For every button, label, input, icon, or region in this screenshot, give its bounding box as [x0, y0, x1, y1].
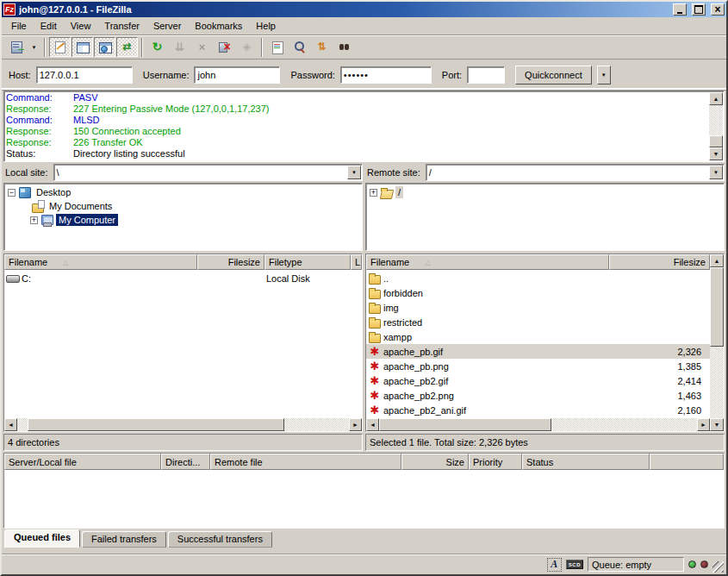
disconnect-button[interactable]: [214, 37, 235, 57]
file-row[interactable]: C: Local Disk: [4, 271, 362, 285]
menu-item[interactable]: File: [4, 18, 34, 34]
file-row[interactable]: ..: [366, 271, 710, 285]
scroll-thumb[interactable]: [28, 418, 284, 431]
tree-item-desktop[interactable]: Desktop: [4, 185, 362, 199]
column-filename[interactable]: Filename△: [4, 254, 197, 270]
file-row[interactable]: apache_pb2.gif 2,414: [366, 373, 710, 388]
scroll-track[interactable]: [17, 418, 349, 431]
resize-grip[interactable]: [712, 561, 724, 573]
remote-site-dropdown[interactable]: [709, 166, 723, 179]
quickconnect-dropdown-button[interactable]: [597, 66, 611, 85]
column-filesize[interactable]: Filesize: [197, 254, 264, 270]
local-hscrollbar[interactable]: ◄ ►: [4, 418, 362, 431]
log-scrollbar[interactable]: ▲ ▼: [709, 92, 723, 160]
scroll-up-icon[interactable]: ▲: [709, 92, 723, 105]
scroll-right-icon[interactable]: ►: [697, 418, 710, 431]
scroll-thumb[interactable]: [709, 135, 723, 147]
folder-icon: [368, 301, 382, 314]
find-icon: [338, 41, 352, 53]
expander-icon[interactable]: [8, 189, 16, 197]
remote-site-combo[interactable]: /: [426, 164, 725, 181]
file-row[interactable]: xampp: [366, 329, 710, 344]
remote-site-value: /: [429, 167, 724, 178]
compare-button[interactable]: [289, 37, 310, 57]
menu-item[interactable]: View: [64, 18, 98, 34]
menu-item[interactable]: Transfer: [97, 18, 146, 34]
column-remote-file[interactable]: Remote file: [210, 454, 401, 470]
file-row[interactable]: apache_pb.png 1,385: [366, 359, 710, 373]
scroll-left-icon[interactable]: ◄: [366, 418, 379, 431]
scroll-left-icon[interactable]: ◄: [4, 418, 17, 431]
column-server-local-file[interactable]: Server/Local file: [4, 454, 161, 470]
scroll-track[interactable]: [710, 267, 724, 418]
port-label: Port:: [442, 70, 462, 80]
tab-failed-transfers[interactable]: Failed transfers: [82, 531, 166, 548]
column-direction[interactable]: Directi...: [161, 454, 210, 470]
toggle-log-button[interactable]: [49, 37, 71, 57]
close-button[interactable]: [711, 3, 725, 16]
tab-successful-transfers[interactable]: Successful transfers: [168, 531, 272, 548]
column-size[interactable]: Size: [401, 454, 469, 470]
maximize-button[interactable]: [692, 3, 706, 16]
file-row[interactable]: forbidden: [366, 285, 710, 300]
port-input[interactable]: [467, 66, 505, 84]
dropdown-arrow-button[interactable]: [28, 37, 40, 57]
chevron-down-icon: [347, 166, 361, 179]
transfer-queue: Server/Local file Directi... Remote file…: [3, 453, 725, 529]
site-manager-button[interactable]: [5, 37, 27, 57]
toggle-remote-tree-icon: [98, 41, 112, 53]
remote-vscrollbar[interactable]: ▲ ▼: [710, 254, 724, 431]
file-row[interactable]: apache_pb.gif 2,326: [366, 344, 710, 359]
tab-queued-files[interactable]: Queued files: [4, 529, 80, 548]
scroll-track[interactable]: [709, 105, 723, 147]
scroll-thumb[interactable]: [379, 418, 551, 431]
quickconnect-button[interactable]: Quickconnect: [515, 66, 592, 85]
remote-hscrollbar[interactable]: ◄ ►: [366, 418, 710, 431]
titlebar[interactable]: Fz john@127.0.0.1 - FileZilla: [2, 2, 726, 17]
tree-item-root[interactable]: /: [366, 185, 724, 199]
scroll-up-icon[interactable]: ▲: [710, 254, 724, 267]
menu-item[interactable]: Bookmarks: [188, 18, 249, 34]
toggle-remote-tree-button[interactable]: [94, 37, 115, 57]
expander-icon[interactable]: [370, 189, 377, 197]
column-priority[interactable]: Priority: [469, 454, 522, 470]
column-last-modified[interactable]: L: [351, 254, 362, 270]
scroll-down-icon[interactable]: ▼: [709, 147, 723, 160]
local-site-dropdown[interactable]: [347, 166, 361, 179]
column-filesize[interactable]: Filesize: [609, 254, 710, 270]
column-filename[interactable]: Filename△: [366, 254, 609, 270]
transfer-type-icon[interactable]: A: [547, 558, 562, 572]
filter-button[interactable]: [266, 37, 288, 57]
minimize-button[interactable]: [673, 3, 687, 16]
find-button[interactable]: [333, 37, 355, 57]
scroll-right-icon[interactable]: ►: [349, 418, 362, 431]
local-site-combo[interactable]: \: [53, 164, 363, 181]
image-icon: [368, 345, 382, 358]
file-row[interactable]: restricted: [366, 315, 710, 329]
expander-icon[interactable]: [30, 216, 38, 224]
refresh-button[interactable]: [146, 37, 168, 57]
remote-list-body: .. forbidden img: [366, 270, 710, 418]
scroll-thumb[interactable]: [710, 267, 724, 347]
column-filetype[interactable]: Filetype: [264, 254, 351, 270]
app-icon: Fz: [3, 3, 16, 16]
sync-browsing-button[interactable]: [311, 37, 333, 57]
scroll-down-icon[interactable]: ▼: [710, 418, 724, 431]
speed-limit-icon[interactable]: SCD: [566, 560, 583, 569]
column-status[interactable]: Status: [522, 454, 650, 470]
menu-item[interactable]: Edit: [34, 18, 64, 34]
password-input[interactable]: [340, 66, 432, 84]
username-input[interactable]: [194, 66, 280, 84]
local-status: 4 directories: [3, 434, 363, 451]
file-row[interactable]: img: [366, 300, 710, 315]
scroll-track[interactable]: [379, 418, 697, 431]
file-row[interactable]: apache_pb2_ani.gif 2,160: [366, 403, 710, 417]
tree-item-my-documents[interactable]: My Documents: [4, 199, 362, 213]
toggle-queue-button[interactable]: [116, 37, 138, 57]
menu-item[interactable]: Help: [249, 18, 283, 34]
toggle-local-tree-button[interactable]: [72, 37, 93, 57]
tree-item-my-computer[interactable]: My Computer: [4, 213, 362, 227]
menu-item[interactable]: Server: [146, 18, 188, 34]
host-input[interactable]: [36, 66, 133, 84]
file-row[interactable]: apache_pb2.png 1,463: [366, 388, 710, 403]
